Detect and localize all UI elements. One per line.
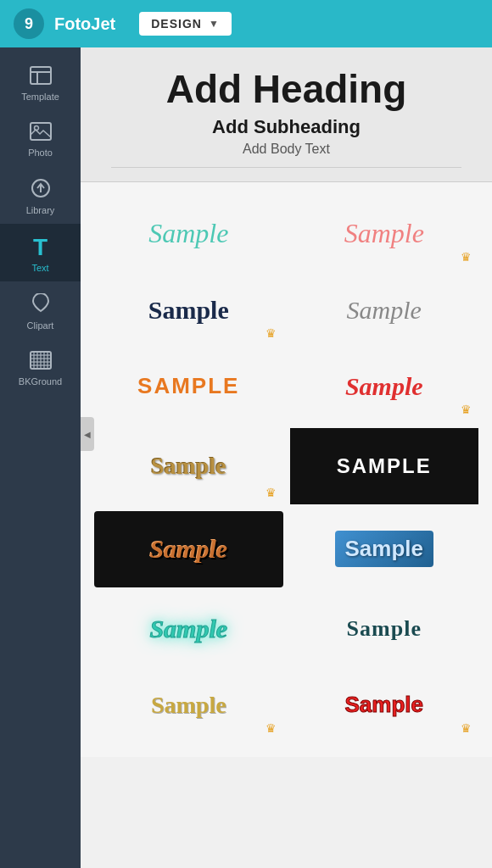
chevron-down-icon: ▼ [209,18,220,30]
add-subheading-label[interactable]: Add Subheading [98,116,475,138]
text-icon: T [33,236,48,259]
crown-icon: ♛ [461,250,472,264]
text-add-area: Add Heading Add Subheading Add Body Text [81,47,492,182]
svg-rect-0 [31,67,51,84]
sample-text: Sample [347,296,422,325]
template-icon [30,66,52,88]
app-name: FotoJet [54,14,115,34]
divider [111,167,461,168]
crown-icon: ♛ [266,326,277,340]
collapse-tab[interactable]: ◀ [81,417,94,451]
text-style-10[interactable]: Sample [287,508,483,591]
main-layout: Template Photo Library [0,47,492,868]
sidebar-item-bkground[interactable]: BKGround [0,339,81,395]
sidebar-item-label: Library [26,205,55,215]
text-style-1[interactable]: Sample [91,196,287,272]
crown-icon: ♛ [266,486,277,499]
sample-text: Sample [148,218,228,249]
text-style-14[interactable]: Sample ♛ [287,667,483,743]
crown-icon: ♛ [461,403,472,416]
sidebar-item-clipart[interactable]: Clipart [0,281,81,339]
sidebar-item-photo[interactable]: Photo [0,110,81,166]
text-style-11[interactable]: Sample [91,591,287,667]
sidebar-item-label: Text [31,263,48,273]
text-style-13[interactable]: Sample ♛ [91,667,287,743]
sample-text: Sample [345,692,424,718]
logo-icon: 9 [14,8,44,39]
sidebar-item-label: BKGround [19,376,62,387]
text-style-2[interactable]: Sample ♛ [287,196,483,272]
text-style-7[interactable]: Sample ♛ [91,425,287,508]
text-style-5[interactable]: SAMPLE [91,348,287,425]
crown-icon: ♛ [266,721,277,735]
text-panel-content: ◀ Add Heading Add Subheading Add Body Te… [81,47,492,868]
text-style-9[interactable]: Sample [94,511,283,587]
sidebar-item-template[interactable]: Template [0,54,81,110]
sidebar: Template Photo Library [0,47,81,868]
text-style-12[interactable]: Sample [287,591,483,667]
sample-text: Sample [335,531,434,567]
bkground-icon [30,351,52,373]
sample-text: Sample [345,372,423,401]
sidebar-item-label: Template [21,92,59,102]
sample-text: Sample [347,616,422,642]
text-style-8[interactable]: SAMPLE [290,428,479,504]
crown-icon: ♛ [461,721,472,735]
sample-text: SAMPLE [337,454,432,478]
sample-text: Sample [149,535,227,564]
add-heading-label[interactable]: Add Heading [98,68,475,111]
text-style-3[interactable]: Sample ♛ [91,272,287,348]
sample-text: Sample [149,615,227,643]
sample-text: Sample [151,692,226,719]
sidebar-item-label: Clipart [27,320,54,331]
sample-text: SAMPLE [137,373,239,399]
photo-icon [30,122,52,144]
library-icon [31,178,51,202]
sidebar-item-library[interactable]: Library [0,166,81,224]
add-body-text-label[interactable]: Add Body Text [98,142,475,157]
sample-text: Sample [344,218,424,249]
sample-text: Sample [151,453,226,480]
sidebar-item-label: Photo [28,147,53,158]
sample-text: Sample [148,296,229,325]
app-header: 9 FotoJet DESIGN ▼ [0,0,492,47]
text-style-6[interactable]: Sample ♛ [287,348,483,425]
clipart-icon [31,293,51,317]
design-dropdown[interactable]: DESIGN ▼ [139,12,232,36]
text-style-4[interactable]: Sample [287,272,483,348]
text-styles-grid: Sample Sample ♛ Sample ♛ Sample SAMPLE S… [81,182,492,757]
sidebar-item-text[interactable]: T Text [0,224,81,281]
